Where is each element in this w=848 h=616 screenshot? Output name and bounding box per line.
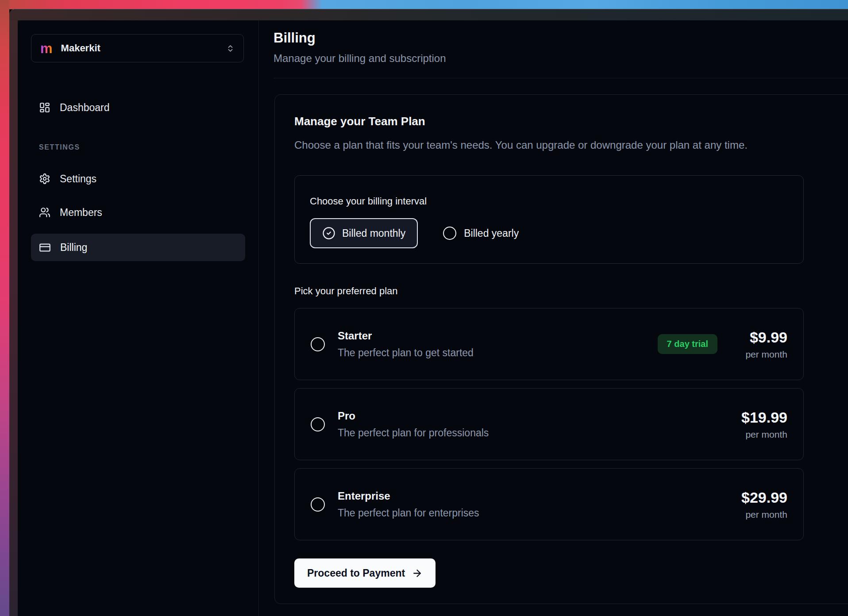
plan-row-starter[interactable]: Starter The perfect plan to get started …	[294, 308, 804, 380]
plan-text: Pro The perfect plan for professionals	[338, 410, 489, 439]
sidebar-item-dashboard[interactable]: Dashboard	[31, 97, 245, 118]
plan-name: Starter	[338, 330, 474, 342]
plan-pricing: 7 day trial $9.99 per month	[658, 329, 787, 360]
desktop-wallpaper-left	[0, 0, 9, 616]
billed-monthly-label: Billed monthly	[342, 227, 405, 239]
plans-label: Pick your preferred plan	[294, 285, 848, 297]
workspace-selector[interactable]: m Makerkit	[31, 34, 244, 62]
billed-monthly-option[interactable]: Billed monthly	[310, 218, 418, 248]
plan-period: per month	[734, 429, 787, 440]
sidebar-section-label: SETTINGS	[39, 143, 245, 151]
sidebar-item-label: Dashboard	[60, 102, 110, 114]
radio-unselected-icon[interactable]	[311, 417, 325, 431]
proceed-to-payment-button[interactable]: Proceed to Payment	[294, 558, 436, 588]
plan-list: Starter The perfect plan to get started …	[294, 308, 848, 540]
price-block: $29.99 per month	[734, 489, 787, 520]
sidebar-item-label: Settings	[60, 173, 96, 185]
plan-pricing: $19.99 per month	[734, 409, 787, 440]
price-block: $9.99 per month	[734, 329, 787, 360]
plan-period: per month	[734, 509, 787, 520]
plan-price: $29.99	[734, 489, 787, 506]
window-frame-edge	[9, 20, 18, 616]
card-subtitle: Choose a plan that fits your team's need…	[294, 138, 848, 152]
arrow-right-icon	[412, 568, 423, 579]
app-surface: m Makerkit Dashboard SETTINGS	[18, 20, 848, 616]
team-plan-card: Manage your Team Plan Choose a plan that…	[274, 94, 848, 604]
sidebar-item-members[interactable]: Members	[31, 202, 245, 223]
page-subtitle: Manage your billing and subscription	[274, 51, 848, 65]
billed-yearly-option[interactable]: Billed yearly	[443, 227, 519, 240]
plan-row-enterprise[interactable]: Enterprise The perfect plan for enterpri…	[294, 468, 804, 540]
plan-name: Pro	[338, 410, 489, 422]
plan-text: Starter The perfect plan to get started	[338, 330, 474, 359]
proceed-to-payment-label: Proceed to Payment	[307, 567, 405, 579]
billing-interval-label: Choose your billing interval	[310, 196, 788, 207]
plan-price: $9.99	[734, 329, 787, 346]
sidebar: m Makerkit Dashboard SETTINGS	[18, 20, 259, 616]
gear-icon	[39, 173, 50, 185]
sidebar-item-label: Billing	[60, 242, 87, 254]
radio-unselected-icon[interactable]	[311, 337, 325, 351]
plan-name: Enterprise	[338, 490, 479, 502]
check-circle-icon	[322, 227, 335, 240]
desktop-wallpaper-top	[0, 0, 848, 9]
users-icon	[39, 207, 50, 218]
sidebar-item-settings[interactable]: Settings	[31, 168, 245, 189]
makerkit-logo-icon: m	[40, 42, 53, 55]
trial-badge: 7 day trial	[658, 334, 717, 354]
plan-description: The perfect plan for enterprises	[338, 507, 479, 519]
plan-period: per month	[734, 349, 787, 360]
header-divider	[274, 78, 848, 78]
sidebar-item-billing[interactable]: Billing	[31, 234, 245, 261]
card-title: Manage your Team Plan	[294, 114, 848, 129]
sidebar-nav: Dashboard SETTINGS Settings	[18, 97, 258, 261]
radio-unselected-icon	[443, 227, 456, 240]
window-titlebar	[9, 9, 848, 20]
plan-description: The perfect plan for professionals	[338, 427, 489, 439]
app-window: m Makerkit Dashboard SETTINGS	[9, 9, 848, 616]
plan-text: Enterprise The perfect plan for enterpri…	[338, 490, 479, 519]
page-title: Billing	[274, 29, 848, 47]
main-content: Billing Manage your billing and subscrip…	[259, 20, 848, 616]
price-block: $19.99 per month	[734, 409, 787, 440]
screen: m Makerkit Dashboard SETTINGS	[0, 0, 848, 616]
workspace-name: Makerkit	[61, 42, 100, 54]
dashboard-icon	[39, 102, 50, 113]
billing-interval-box: Choose your billing interval Billed mont…	[294, 175, 804, 264]
sidebar-item-label: Members	[60, 207, 102, 219]
plan-price: $19.99	[734, 409, 787, 426]
plan-row-pro[interactable]: Pro The perfect plan for professionals $…	[294, 388, 804, 460]
credit-card-icon	[39, 242, 51, 254]
billing-interval-options: Billed monthly Billed yearly	[310, 218, 788, 248]
radio-unselected-icon[interactable]	[311, 497, 325, 512]
plan-description: The perfect plan to get started	[338, 347, 474, 359]
billed-yearly-label: Billed yearly	[464, 227, 519, 239]
chevrons-up-down-icon	[226, 44, 235, 53]
plan-pricing: $29.99 per month	[734, 489, 787, 520]
